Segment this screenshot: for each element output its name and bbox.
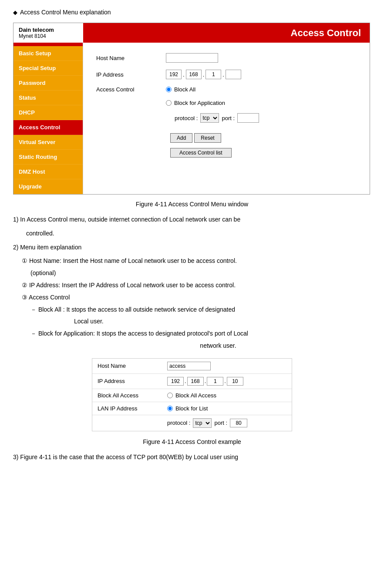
ex-ip-1[interactable] (167, 377, 184, 386)
reset-button[interactable]: Reset (194, 133, 221, 143)
protocol-row-inner: protocol : tcp udp port : (166, 113, 357, 123)
ip-octet-3[interactable] (205, 70, 221, 79)
add-button[interactable]: Add (170, 133, 192, 143)
sidebar-item-static-routing[interactable]: Static Routing (13, 150, 83, 165)
ex-block-all-radio-row: Block All Access (167, 392, 286, 399)
sidebar-item-password[interactable]: Password (13, 76, 83, 91)
router-logo: Dain telecom Mynet 8104 (13, 23, 83, 43)
ex-block-list-row: Block for List (167, 405, 286, 412)
body-item2: ② IP Address: Insert the IP Address of L… (22, 280, 371, 291)
sidebar-item-special-setup[interactable]: Special Setup (13, 61, 83, 76)
ip-dot-1: . (182, 71, 185, 78)
sidebar-top-bar (13, 43, 83, 46)
block-all-radio[interactable] (166, 87, 172, 92)
router-header: Dain telecom Mynet 8104 Access Control (13, 23, 370, 43)
buttons-row: Add Reset Access Control list (92, 126, 361, 163)
ex-protocol-cell: protocol : tcp udp port : (162, 415, 292, 431)
ex-hostname-row: Host Name (92, 359, 292, 374)
sidebar-item-status[interactable]: Status (13, 91, 83, 105)
ip-label: IP Address (92, 66, 162, 83)
ex-hostname-cell (162, 359, 292, 374)
ex-block-all-label: Block All Access (92, 389, 162, 402)
ex-protocol-select[interactable]: tcp udp (193, 418, 212, 428)
body-block-app2: network user. (65, 341, 371, 351)
figure2-caption: Figure 4-11 Access Control example (13, 438, 371, 445)
protocol-select[interactable]: tcp udp (200, 113, 219, 123)
ex-port-input[interactable] (230, 419, 247, 427)
access-control-row: Access Control Block All (92, 83, 361, 96)
ex-ip-4[interactable] (227, 377, 243, 386)
acl-row: Access Control list (166, 146, 357, 159)
ex-block-all-radio[interactable] (167, 393, 173, 398)
block-app-row: Block for Application (92, 96, 361, 110)
ex-ip-inputs: . . . (167, 377, 286, 386)
ex-lan-row: LAN IP Address Block for List (92, 402, 292, 415)
port-input[interactable] (237, 113, 259, 123)
body-item1b: (optional) (30, 268, 371, 279)
ex-ip-row: IP Address . . . (92, 373, 292, 389)
add-reset-row: Add Reset (166, 130, 357, 146)
sidebar-item-access-control[interactable]: Access Control (13, 120, 83, 135)
ex-ip-3[interactable] (207, 377, 223, 386)
block-all-label: Block All (174, 86, 195, 93)
ip-dot-3: . (222, 71, 225, 78)
port-label: port : (222, 115, 235, 121)
body-item3: ③ Access Control (22, 292, 371, 303)
ex-ip-2[interactable] (187, 377, 204, 386)
ex-protocol-row-inner: protocol : tcp udp port : (167, 418, 286, 428)
ip-dot-2: . (202, 71, 205, 78)
ex-dot-1: . (185, 378, 186, 384)
footer-text: 3) Figure 4-11 is the case that the acce… (13, 452, 371, 463)
sidebar-item-dmz-host[interactable]: DMZ Host (13, 165, 83, 179)
body-line2: 2) Menu item explanation (13, 242, 371, 253)
acl-button[interactable]: Access Control list (170, 148, 232, 158)
block-app-radio[interactable] (166, 100, 172, 106)
ex-ip-cell: . . . (162, 373, 292, 389)
ip-inputs: . . . (166, 70, 357, 79)
protocol-spacer (92, 110, 162, 126)
protocol-row: protocol : tcp udp port : (92, 110, 361, 126)
ex-block-all-radio-label: Block All Access (175, 392, 216, 399)
example-box: Host Name IP Address . . . Block (92, 358, 292, 431)
body-block-all: － Block All : It stops the access to all… (30, 305, 371, 315)
ex-protocol-label: protocol : (167, 420, 190, 426)
hostname-row: Host Name (92, 50, 361, 66)
ip-octet-4[interactable] (226, 70, 241, 79)
ip-octet-2[interactable] (186, 70, 202, 79)
page-header: ◆ Access Control Menu explanation (13, 9, 371, 16)
ip-value-cell: . . . (162, 66, 361, 83)
hostname-input[interactable] (166, 53, 218, 63)
ex-hostname-input[interactable] (167, 362, 211, 370)
ex-dot-3: . (224, 378, 226, 384)
router-body: Basic Setup Special Setup Password Statu… (13, 43, 370, 194)
sidebar-item-virtual-server[interactable]: Virtual Server (13, 135, 83, 150)
buttons-cell: Add Reset Access Control list (162, 126, 361, 163)
diamond-icon: ◆ (13, 9, 17, 16)
sidebar-item-basic-setup[interactable]: Basic Setup (13, 46, 83, 61)
hostname-label: Host Name (92, 50, 162, 66)
ex-lan-label: LAN IP Address (92, 402, 162, 415)
ex-lan-cell: Block for List (162, 402, 292, 415)
example-table: Host Name IP Address . . . Block (92, 359, 292, 431)
ex-port-label: port : (214, 420, 227, 426)
block-all-row: Block All (166, 86, 357, 93)
buttons-spacer (92, 126, 162, 163)
ip-octet-1[interactable] (166, 70, 182, 79)
sidebar-item-upgrade[interactable]: Upgrade (13, 179, 83, 194)
model-name: Mynet 8104 (19, 33, 78, 39)
block-app-radio-row: Block for Application (166, 100, 357, 106)
ex-dot-2: . (205, 378, 206, 384)
access-control-options: Block All (162, 83, 361, 96)
ex-block-list-label: Block for List (175, 405, 208, 412)
body-item1: ① Host Name: Insert the Host name of Loc… (22, 256, 371, 266)
ip-row: IP Address . . . (92, 66, 361, 83)
block-app-spacer (92, 96, 162, 110)
form-table: Host Name IP Address . . . (92, 50, 361, 163)
main-content: Host Name IP Address . . . (83, 43, 370, 194)
block-app-cell: Block for Application (162, 96, 361, 110)
protocol-cell: protocol : tcp udp port : (162, 110, 361, 126)
ex-block-all-cell: Block All Access (162, 389, 292, 402)
ex-protocol-spacer (92, 415, 162, 431)
sidebar-item-dhcp[interactable]: DHCP (13, 105, 83, 120)
ex-block-list-radio[interactable] (167, 406, 173, 411)
